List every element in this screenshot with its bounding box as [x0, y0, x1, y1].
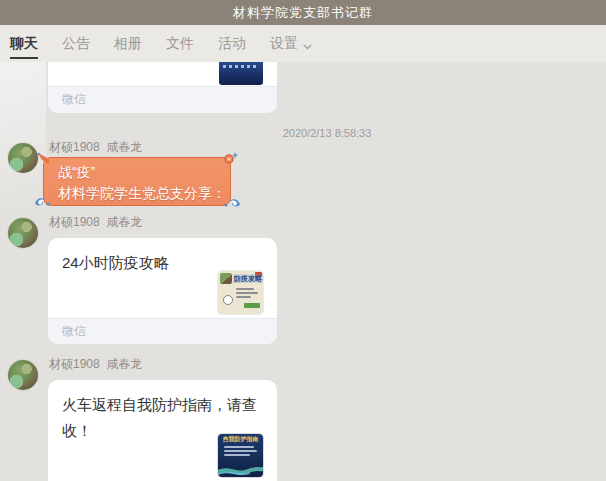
tab-chat[interactable]: 聊天 [10, 25, 38, 62]
chat-scroll-area[interactable]: 微信 2020/2/13 8:58:33 材硕1908 咸春龙 战“疫” 材料学… [0, 62, 606, 481]
tab-files[interactable]: 文件 [166, 25, 194, 62]
thumbnail-text: 自我防护指南 [218, 436, 263, 443]
tab-announcements[interactable]: 公告 [62, 25, 90, 62]
tab-album[interactable]: 相册 [114, 25, 142, 62]
link-source-label: 微信 [48, 318, 277, 344]
link-card[interactable]: 火车返程自我防护指南，请查收！ 自我防护指南 [48, 380, 277, 481]
window-title: 材料学院党支部书记群 [0, 0, 606, 25]
train-track-graphic [218, 459, 263, 477]
tab-bar: 聊天 公告 相册 文件 活动 设置 [0, 25, 606, 62]
decorated-message-bubble: 战“疫” 材料学院学生党总支分享： [43, 157, 231, 206]
link-thumbnail: 自我防护指南 [218, 434, 263, 477]
bubble-text-line: 材料学院学生党总支分享： [58, 183, 216, 204]
sender-name: 材硕1908 咸春龙 [49, 139, 142, 156]
bubble-ornament-wave-icon [34, 192, 52, 213]
link-card[interactable]: 24小时防疫攻略 防疫攻略 微信 [48, 238, 277, 344]
avatar[interactable] [8, 360, 38, 390]
thumbnail-text: 防疫攻略 [233, 274, 263, 283]
tab-activities[interactable]: 活动 [218, 25, 246, 62]
group-chat-window: 材料学院党支部书记群 聊天 公告 相册 文件 活动 设置 微信 2020/2/1… [0, 0, 606, 481]
bubble-text-line: 战“疫” [58, 162, 216, 183]
link-thumbnail: 防疫攻略 [218, 271, 263, 314]
sender-name: 材硕1908 咸春龙 [49, 356, 142, 373]
link-source-label: 微信 [48, 86, 277, 113]
timestamp: 2020/2/13 8:58:33 [48, 127, 606, 139]
avatar[interactable] [8, 143, 38, 173]
link-card-partial[interactable]: 微信 [48, 62, 277, 113]
chevron-down-icon [303, 37, 312, 53]
tab-settings[interactable]: 设置 [270, 25, 312, 62]
avatar[interactable] [8, 218, 38, 248]
bubble-ornament-wave-icon [223, 193, 241, 214]
bubble-ornament-ring-icon [223, 150, 239, 171]
sender-name: 材硕1908 咸春龙 [49, 214, 142, 231]
bubble-ornament-tail-icon [37, 151, 51, 172]
link-thumbnail [219, 62, 263, 85]
